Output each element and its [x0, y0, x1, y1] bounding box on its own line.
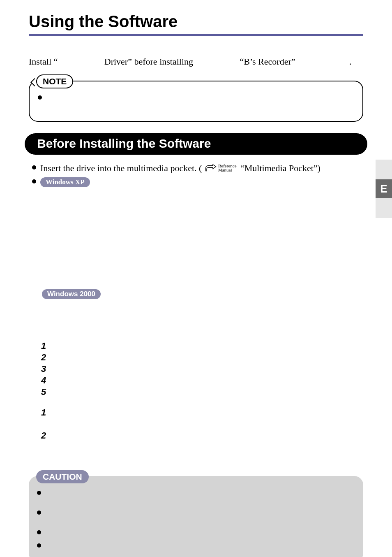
bullet-dot-icon: [37, 543, 41, 548]
caution-box-body: [29, 476, 363, 557]
bullet-dot-icon: [37, 491, 41, 495]
intro-text-4: .: [349, 56, 352, 67]
caution-callout: CAUTION: [29, 470, 363, 557]
step-a-2: 2: [41, 352, 363, 363]
step-a-1: 1: [41, 340, 363, 352]
bullet-dot-icon: [32, 165, 36, 169]
note-bullet: [38, 92, 354, 100]
intro-paragraph: Install “ Driver” before installing “B’s…: [29, 56, 363, 67]
step-a-4: 4: [41, 375, 363, 386]
intro-text-3: “B’s Recorder”: [240, 56, 295, 67]
bullet-dot-icon: [37, 511, 41, 515]
edge-tab: E: [376, 179, 392, 198]
step-a-5: 5: [41, 386, 363, 398]
note-callout-1: NOTE: [29, 74, 363, 122]
bullet-dot-icon: [38, 95, 42, 100]
bullet-dot-icon: [37, 530, 41, 534]
step-b-2: 2: [41, 430, 363, 441]
hand-icon: [204, 163, 217, 172]
caution-bullet-2: [37, 507, 355, 525]
intro-text-1: Install “: [29, 56, 58, 67]
os-tag-windows-2000-row: Windows 2000: [42, 289, 363, 299]
bullet1-post: “Multimedia Pocket”): [240, 163, 321, 173]
caution-bullet-3: [37, 527, 355, 538]
edge-tab-spacer-top: [376, 160, 392, 179]
caution-bullet-4: [37, 540, 355, 551]
section-heading: Before Installing the Software: [25, 133, 367, 155]
step-a-3: 3: [41, 363, 363, 375]
step-b-1: 1: [41, 407, 363, 418]
main-bullet-1-text: Insert the drive into the multimedia poc…: [40, 162, 321, 174]
caution-label: CAUTION: [36, 470, 89, 483]
bullet1-pre: Insert the drive into the multimedia poc…: [40, 163, 202, 173]
ref-bot: Manual: [218, 168, 237, 172]
note-label: NOTE: [36, 74, 73, 88]
note-box-body: [29, 81, 363, 122]
caution-bullet-1: [37, 487, 355, 505]
os-tag-windows-xp: Windows XP: [40, 177, 90, 187]
steps-list-b: 1 2: [29, 407, 363, 441]
main-bullet-2: Windows XP: [32, 176, 363, 239]
main-bullet-list: Insert the drive into the multimedia poc…: [29, 162, 363, 239]
page-title: Using the Software: [29, 12, 363, 36]
intro-text-2: Driver” before installing: [104, 56, 193, 67]
edge-tab-spacer-bottom: [376, 198, 392, 218]
main-bullet-1: Insert the drive into the multimedia poc…: [32, 162, 363, 174]
bullet-dot-icon: [32, 179, 36, 183]
reference-pointer-icon: Reference Manual: [204, 163, 238, 172]
steps-list-a: 1 2 3 4 5: [29, 340, 363, 398]
os-tag-windows-2000: Windows 2000: [42, 289, 101, 299]
edge-tab-letter: E: [380, 183, 387, 195]
